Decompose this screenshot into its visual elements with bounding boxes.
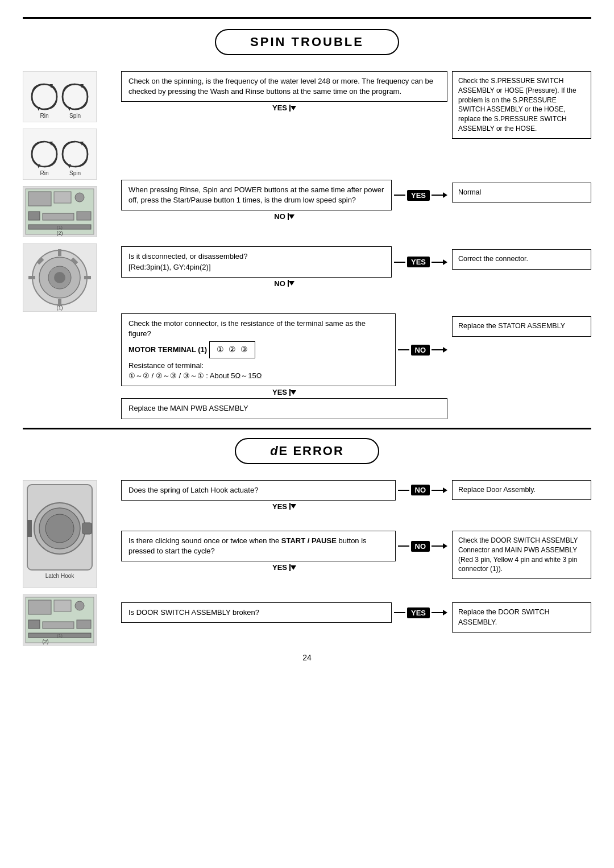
spin-step5-box: Replace the MAIN PWB ASSEMBLY: [121, 398, 447, 419]
svg-rect-23: [28, 212, 40, 220]
svg-rect-25: [77, 212, 91, 220]
error-step3-center: Is DOOR SWITCH ASSEMBLY broken? YES: [117, 602, 452, 647]
spin-step3-yes-result: Correct the connector.: [452, 249, 591, 270]
error-step2-no-result: Check the DOOR SWITCH ASSEMBLY Connector…: [452, 531, 591, 579]
error-step1-yes-label: YES: [272, 502, 287, 511]
yes-right-head: [443, 192, 447, 198]
error-step2-box-row: Is there clicking sound once or twice wh…: [121, 531, 447, 561]
spin-step1-no-result-text: Check the S.PRESSURE SWITCH ASSEMBLY or …: [458, 77, 576, 133]
error-step1-box-row: Does the spring of Latch Hook actuate? N…: [121, 480, 447, 501]
terminal-box: ① ② ③: [209, 341, 255, 358]
terminal-1: ①: [217, 344, 224, 356]
terminal-2: ②: [229, 344, 236, 356]
error-step1-no-result-text: Replace Door Assembly.: [458, 486, 536, 494]
error-step1-no-result: Replace Door Assembly.: [452, 480, 591, 501]
error-pcb-svg: (2) (1): [23, 594, 97, 646]
error-step1-text: Does the spring of Latch Hook actuate?: [128, 486, 258, 494]
no4-right-head: [443, 347, 447, 353]
svg-rect-51: [28, 600, 51, 614]
yes-down-head: [291, 106, 296, 110]
spin-step3-box-row: Is it disconnected, or disassembled?[Red…: [121, 246, 447, 277]
spin-step5-left: [23, 398, 117, 419]
section-divider: [23, 428, 591, 429]
spin-step5-right: [452, 398, 591, 419]
svg-text:Spin: Spin: [69, 170, 81, 176]
error-step2-yes-arrow: YES: [121, 561, 447, 573]
yes-e1-down-head: [291, 504, 296, 509]
spin-step3-yes-badge: YES: [407, 257, 430, 267]
svg-rect-21: [54, 192, 71, 203]
svg-rect-0: [23, 71, 97, 122]
spin-step2-yes-arrow-right: YES: [394, 190, 447, 201]
spin-row-1: Rin Spin: [23, 65, 591, 180]
spin-step3-center: Is it disconnected, or disassembled?[Red…: [117, 246, 452, 313]
top-border: [23, 17, 591, 19]
error-title-box: dE ERROR: [235, 438, 379, 464]
svg-text:(2): (2): [57, 230, 63, 236]
door-image: Latch Hook: [23, 480, 117, 590]
no4-right-line2: [432, 349, 443, 350]
spin-step3-yes-result-text: Correct the connector.: [458, 255, 528, 263]
spin-step1-no-result: Check the S.PRESSURE SWITCH ASSEMBLY or …: [452, 71, 591, 139]
no-e1-right-line: [398, 490, 409, 491]
error-row-1: Latch Hook: [23, 474, 591, 531]
door-svg: Latch Hook: [23, 480, 97, 588]
spin-step1-yes-arrow: YES: [121, 102, 447, 114]
no-down-head: [289, 214, 294, 219]
svg-text:(1): (1): [57, 633, 63, 638]
svg-text:Rin: Rin: [40, 113, 48, 119]
error-step2-yes-label: YES: [272, 563, 287, 572]
spin-step4-no-arrow-right: NO: [398, 345, 448, 356]
svg-rect-56: [77, 620, 91, 629]
yes-right-line: [394, 195, 405, 196]
spin-step3-right: Correct the connector.: [452, 246, 591, 313]
spin-step4-right: Replace the STATOR ASSEMBLY: [452, 313, 591, 398]
resistance-label: Resistance of terminal:: [128, 361, 388, 371]
spin-row-4: Check the motor connector, is the resist…: [23, 313, 591, 398]
spin-section-title: SPIN TROUBLE: [23, 29, 591, 55]
spin-step2-text: When pressing Rinse, Spin and POWER butt…: [128, 185, 384, 204]
spin-step1-yes-label: YES: [272, 104, 287, 112]
error-step1-right: Replace Door Assembly.: [452, 474, 591, 531]
spin-step5-text: Replace the MAIN PWB ASSEMBLY: [128, 404, 248, 412]
spin-step3-no-label: NO: [274, 279, 285, 288]
yes3-right-line: [394, 262, 405, 263]
spin-step4-no-result: Replace the STATOR ASSEMBLY: [452, 316, 591, 337]
spin-step4-center: Check the motor connector, is the resist…: [117, 313, 452, 398]
svg-rect-46: [82, 523, 92, 534]
yes-e3-right-line: [394, 612, 405, 613]
svg-point-22: [75, 193, 84, 202]
resistance-formula: ①～② / ②～③ / ③～① : About 5Ω～15Ω: [128, 371, 388, 381]
no-e1-right-head: [443, 487, 447, 493]
svg-rect-37: [84, 276, 91, 279]
no-e1-right-line2: [432, 490, 443, 491]
error-step3-yes-arrow-right: YES: [394, 607, 447, 618]
error-title-text2: E ERROR: [279, 444, 344, 458]
error-step3-box: Is DOOR SWITCH ASSEMBLY broken?: [121, 602, 392, 623]
spin-step1-text: Check on the spinning, is the frequency …: [128, 77, 433, 96]
svg-text:Spin: Spin: [69, 113, 81, 119]
spin-step2-center: When pressing Rinse, Spin and POWER butt…: [117, 180, 452, 247]
yes-e2-down-head: [291, 565, 296, 570]
error-images-col: Latch Hook: [23, 474, 117, 647]
error-step2-center: Is there clicking sound once or twice wh…: [117, 531, 452, 602]
svg-rect-9: [23, 129, 97, 180]
svg-point-53: [75, 601, 84, 610]
error-step2-no-result-text: Check the DOOR SWITCH ASSEMBLY Connector…: [458, 536, 578, 573]
svg-text:Latch  Hook: Latch Hook: [45, 573, 75, 579]
yes3-right-line2: [432, 262, 443, 263]
error-title-text: d: [270, 444, 279, 458]
no4-right-line: [398, 349, 409, 350]
error-step3-text: Is DOOR SWITCH ASSEMBLY broken?: [128, 608, 259, 617]
spin-step2-yes-badge: YES: [407, 190, 430, 201]
spin-rinse-image-2: Rin Spin: [23, 129, 117, 181]
yes-right-line2: [432, 195, 443, 196]
pcb-svg: (2) (1): [23, 186, 97, 237]
spin-step3-yes-arrow-right: YES: [394, 257, 447, 267]
error-step3-yes-badge: YES: [407, 607, 430, 618]
spin-step3-box: Is it disconnected, or disassembled?[Red…: [121, 246, 392, 277]
spin-step2-no-label: NO: [274, 212, 285, 221]
spin-rinse-svg-1: Rin Spin: [23, 71, 97, 122]
spin-title-text: SPIN TROUBLE: [250, 35, 364, 49]
spin-step4-no-result-text: Replace the STATOR ASSEMBLY: [458, 322, 565, 330]
